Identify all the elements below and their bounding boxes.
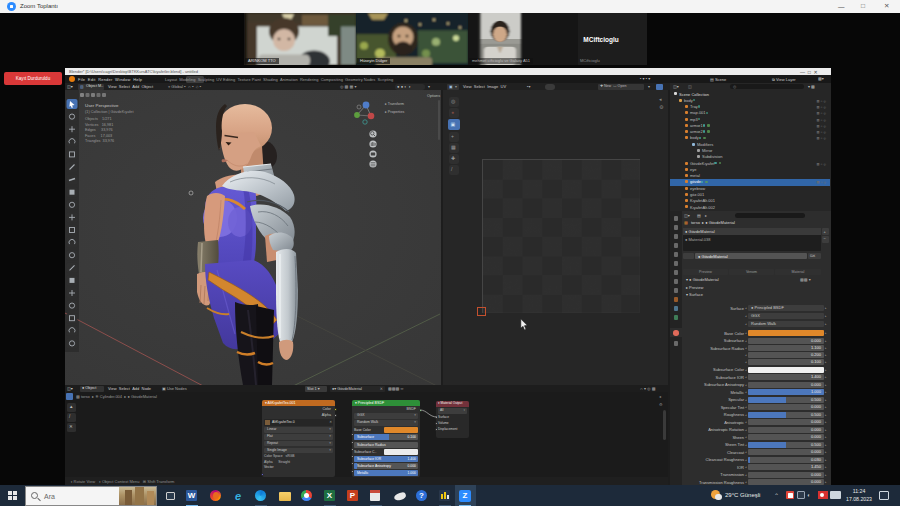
svg-text:Options: Options (427, 94, 440, 98)
svg-text:User Perspective: User Perspective (85, 103, 119, 108)
svg-text:Vertices 16,981: Vertices 16,981 (85, 123, 113, 127)
svg-text:▸ Transform: ▸ Transform (385, 102, 404, 106)
svg-text:Edges 33,976: Edges 33,976 (85, 128, 113, 132)
svg-text:Triangles 33,976: Triangles 33,976 (85, 139, 114, 143)
svg-text:Objects 1/271: Objects 1/271 (85, 117, 112, 121)
svg-text:(1) Collection | GövdeKıyafet: (1) Collection | GövdeKıyafet (85, 110, 134, 114)
svg-text:▸ Properties: ▸ Properties (385, 110, 404, 114)
svg-text:Faces 17,003: Faces 17,003 (85, 134, 112, 138)
